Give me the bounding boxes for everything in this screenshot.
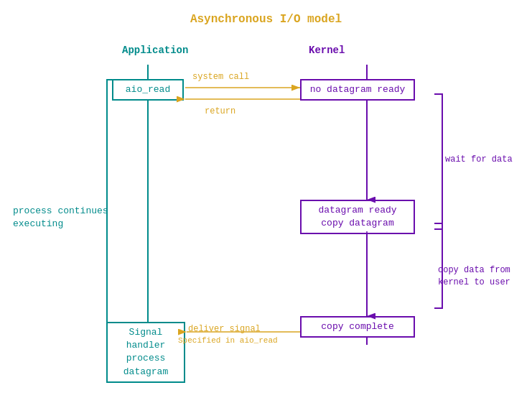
- label-return: return: [205, 106, 235, 116]
- label-copy-data: copy data fromkernel to user: [438, 264, 510, 289]
- label-process-continues: process continuesexecuting: [13, 205, 108, 231]
- diagram-title: Asynchronous I/O model: [0, 13, 532, 26]
- bracket-wait-for-data: [434, 93, 443, 230]
- label-system-call: system call: [192, 72, 249, 82]
- col-label-application: Application: [122, 45, 188, 56]
- box-no-datagram: no datagram ready: [300, 79, 415, 101]
- diagram: Asynchronous I/O model Application Kerne…: [0, 0, 532, 403]
- col-label-kernel: Kernel: [309, 45, 345, 56]
- bracket-copy-data: [434, 223, 443, 309]
- box-datagram-ready: datagram readycopy datagram: [300, 200, 415, 234]
- box-aio-read: aio_read: [112, 79, 184, 101]
- label-wait-for-data: wait for data: [445, 154, 513, 165]
- box-copy-complete: copy complete: [300, 316, 415, 338]
- label-deliver-signal: deliver signal: [188, 324, 261, 334]
- box-signal-handler: Signalhandlerprocessdatagram: [106, 322, 185, 383]
- vline-application: [147, 65, 149, 345]
- label-specified-in: Specified in aio_read: [178, 336, 278, 345]
